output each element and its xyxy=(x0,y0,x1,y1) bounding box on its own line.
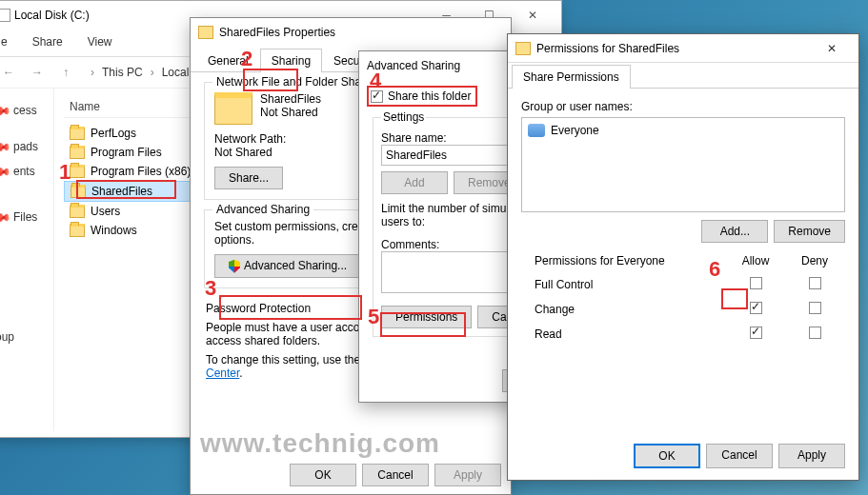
nav-fwd-icon[interactable]: → xyxy=(26,61,49,84)
perm-row-read: Read xyxy=(523,323,843,346)
nav-item: 📌Files xyxy=(0,205,53,229)
advanced-sharing-title: Advanced Sharing xyxy=(367,59,460,72)
apply-button[interactable]: Apply xyxy=(778,444,845,468)
share-folder-name: SharedFiles xyxy=(260,92,321,106)
deny-header: Deny xyxy=(786,250,843,271)
nav-back-icon[interactable]: ← xyxy=(0,61,20,84)
properties-title: SharedFiles Properties xyxy=(219,26,335,39)
tab-general[interactable]: General xyxy=(196,49,260,72)
folder-icon xyxy=(70,127,85,140)
close-button[interactable]: ✕ xyxy=(511,2,554,29)
folder-icon xyxy=(70,165,85,178)
deny-read-checkbox[interactable] xyxy=(809,327,821,339)
share-status: Not Shared xyxy=(260,106,321,119)
list-item-everyone[interactable]: Everyone xyxy=(526,122,840,139)
ribbon-tab-view[interactable]: View xyxy=(84,31,116,52)
allow-read-checkbox[interactable] xyxy=(750,327,762,339)
watermark: www.technig.com xyxy=(200,428,440,459)
breadcrumb[interactable]: This PC xyxy=(102,66,143,79)
folder-icon xyxy=(70,205,85,218)
close-button[interactable]: ✕ xyxy=(813,35,851,62)
permissions-dialog: Permissions for SharedFiles ✕ Share Perm… xyxy=(507,33,859,481)
deny-full-control-checkbox[interactable] xyxy=(809,277,821,289)
advanced-sharing-button[interactable]: Advanced Sharing... xyxy=(214,254,361,278)
allow-full-control-checkbox[interactable] xyxy=(750,277,762,289)
ribbon-tab-share[interactable]: Share xyxy=(29,31,67,52)
nav-item: oup xyxy=(0,325,53,349)
users-listbox[interactable]: Everyone xyxy=(521,117,845,212)
remove-user-button[interactable]: Remove xyxy=(774,220,845,243)
permissions-titlebar[interactable]: Permissions for SharedFiles ✕ xyxy=(508,34,858,63)
folder-icon-large xyxy=(214,92,252,125)
allow-header: Allow xyxy=(727,250,784,271)
permissions-table: Permissions for Everyone Allow Deny Full… xyxy=(521,248,845,347)
share-button[interactable]: Share... xyxy=(214,167,283,189)
perm-row-change: Change xyxy=(523,298,843,321)
nav-item: 📌ents xyxy=(0,159,53,184)
deny-change-checkbox[interactable] xyxy=(809,302,821,314)
folder-icon xyxy=(71,185,86,198)
folder-icon xyxy=(70,224,85,237)
perm-row-full-control: Full Control xyxy=(523,273,843,296)
shield-icon xyxy=(229,260,240,273)
ribbon-tab-file[interactable]: e xyxy=(0,31,11,52)
ok-button[interactable]: OK xyxy=(290,464,356,486)
properties-titlebar[interactable]: SharedFiles Properties xyxy=(191,18,511,47)
allow-change-checkbox[interactable] xyxy=(750,302,762,314)
users-group-icon xyxy=(528,124,545,137)
cancel-button[interactable]: Cancel xyxy=(706,444,773,468)
ok-button[interactable]: OK xyxy=(634,444,700,468)
explorer-title: Local Disk (C:) xyxy=(14,9,90,22)
folder-icon xyxy=(198,26,213,39)
add-user-button[interactable]: Add... xyxy=(701,220,768,243)
drive-icon xyxy=(0,9,10,22)
nav-item: 📌pads xyxy=(0,134,53,159)
cancel-button[interactable]: Cancel xyxy=(362,464,429,486)
nav-item: 📌cess xyxy=(0,98,53,123)
tab-sharing[interactable]: Sharing xyxy=(260,49,322,72)
permissions-title: Permissions for SharedFiles xyxy=(536,42,679,55)
folder-icon xyxy=(70,146,85,159)
explorer-nav-pane[interactable]: 📌cess 📌pads 📌ents 📌Files oup xyxy=(0,89,54,431)
folder-icon xyxy=(515,42,531,55)
permissions-for-label: Permissions for Everyone xyxy=(523,250,725,271)
nav-up-icon[interactable]: ↑ xyxy=(54,61,77,84)
apply-button[interactable]: Apply xyxy=(434,464,501,486)
tab-share-permissions[interactable]: Share Permissions xyxy=(512,65,631,89)
group-or-users-label: Group or user names: xyxy=(521,100,845,113)
add-share-button[interactable]: Add xyxy=(381,171,448,194)
checkbox-icon xyxy=(371,90,383,103)
permissions-button[interactable]: Permissions xyxy=(381,306,472,328)
